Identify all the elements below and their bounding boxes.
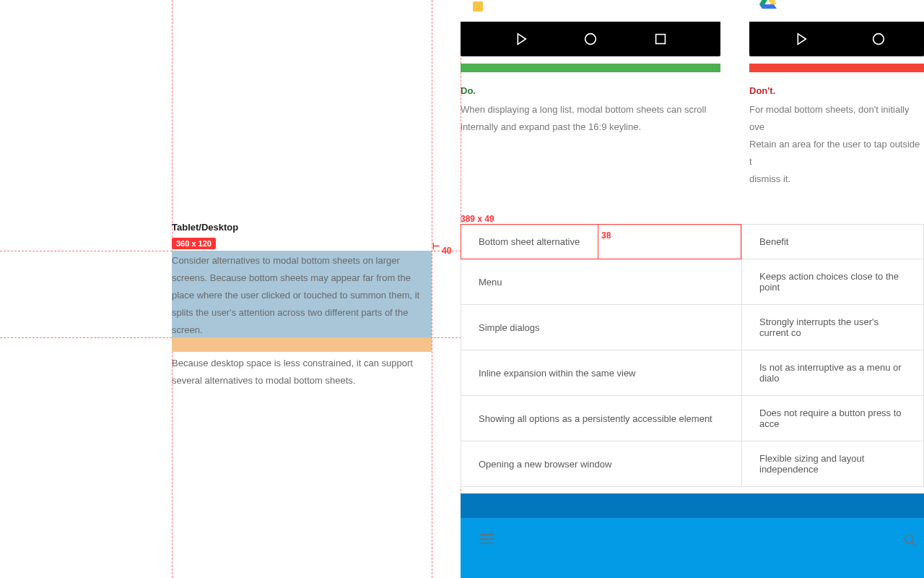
section-heading: Tablet/Desktop <box>172 222 238 233</box>
android-navbar <box>749 22 924 56</box>
status-bar-dont <box>749 64 924 72</box>
spacer-measurement: 40 <box>442 246 451 256</box>
nav-recent-icon <box>653 31 668 47</box>
dont-caption: For modal bottom sheets, don't initially… <box>749 101 924 188</box>
table-cell: Is not as interruptive as a menu or dial… <box>742 350 924 396</box>
table-row: Simple dialogsStrongly interrupts the us… <box>461 305 924 350</box>
table-cell: Does not require a button press to acce <box>742 396 924 441</box>
table-cell: Strongly interrupts the user's current c… <box>742 305 924 350</box>
status-bar <box>461 493 924 518</box>
table-cell: Showing all options as a persistently ac… <box>461 396 742 441</box>
nav-back-icon <box>793 31 808 47</box>
table-row: Opening a new browser windowFlexible siz… <box>461 441 924 487</box>
hamburger-icon[interactable] <box>479 534 494 545</box>
nav-home-icon <box>871 31 886 47</box>
table-header-label: Benefit <box>759 236 788 247</box>
tablet-mockup: My files <box>461 493 924 578</box>
alternatives-table: Bottom sheet alternative 38 Benefit Menu… <box>461 224 924 487</box>
spacer-tick: ⊢ <box>432 241 440 251</box>
table-header-size-label: 389 x 49 <box>461 214 494 224</box>
table-cell: Menu <box>461 259 742 305</box>
svg-line-7 <box>912 543 917 547</box>
search-icon[interactable] <box>902 532 918 548</box>
table-cell: Keeps action choices close to the point <box>742 259 924 305</box>
drive-list-row: Drive <box>749 0 924 22</box>
table-header-cell: Bottom sheet alternative 38 <box>461 225 742 259</box>
svg-point-6 <box>905 535 913 543</box>
table-cell: Opening a new browser window <box>461 441 742 487</box>
drive-label: Drive <box>800 0 825 2</box>
drive-icon <box>759 0 777 9</box>
svg-marker-4 <box>759 4 777 9</box>
table-row: MenuKeeps action choices close to the po… <box>461 259 924 305</box>
measurement-divider <box>598 224 598 259</box>
android-navbar <box>461 22 720 56</box>
table-row: Inline expansion within the same viewIs … <box>461 350 924 396</box>
paragraph-text: Because desktop space is less constraine… <box>172 355 432 389</box>
table-header-label: Bottom sheet alternative <box>479 236 580 247</box>
table-header-row: Bottom sheet alternative 38 Benefit <box>461 225 924 259</box>
cell-measurement: 38 <box>601 230 611 241</box>
table-row: Showing all options as a persistently ac… <box>461 396 924 441</box>
svg-marker-2 <box>765 0 777 4</box>
svg-point-0 <box>585 34 596 45</box>
table-cell: Simple dialogs <box>461 305 742 350</box>
margin-highlight <box>172 337 432 352</box>
table-cell: Inline expansion within the same view <box>461 350 742 396</box>
highlighted-paragraph: Consider alternatives to modal bottom sh… <box>172 251 432 340</box>
do-label: Do. <box>461 85 476 96</box>
guide-vertical <box>432 0 432 578</box>
dont-label: Don't. <box>749 85 775 96</box>
svg-point-5 <box>873 34 884 45</box>
status-bar-do <box>461 64 720 72</box>
list-marker-icon <box>473 1 483 12</box>
device-list-row <box>461 0 720 22</box>
svg-rect-1 <box>656 35 666 44</box>
size-badge: 360 x 120 <box>172 238 216 249</box>
table-cell: Flexible sizing and layout independence <box>742 441 924 487</box>
page-root: Do. When displaying a long list, modal b… <box>0 0 924 578</box>
table-header-cell: Benefit <box>742 225 924 259</box>
paragraph-text: Consider alternatives to modal bottom sh… <box>172 251 432 340</box>
do-caption: When displaying a long list, modal botto… <box>461 101 720 136</box>
nav-back-icon <box>513 31 528 47</box>
app-bar: My files <box>461 518 924 578</box>
nav-home-icon <box>583 31 598 47</box>
